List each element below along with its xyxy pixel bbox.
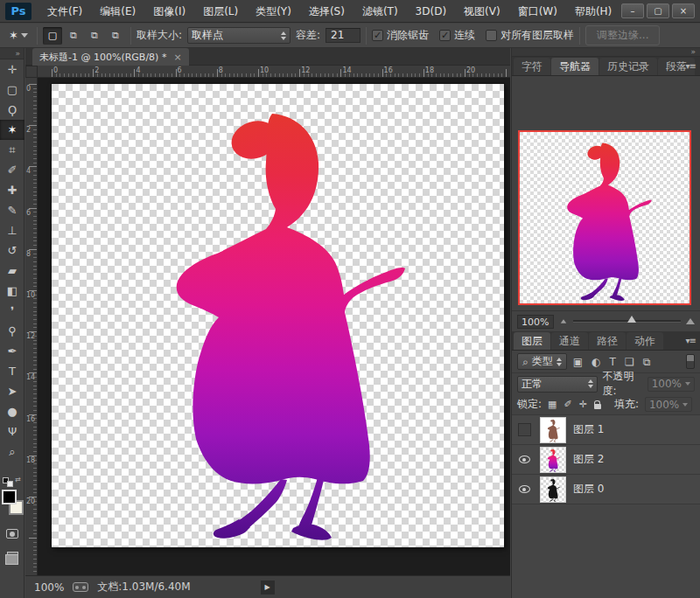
sample-all-layers-checkbox[interactable]: ✓ xyxy=(486,30,497,41)
new-selection-button[interactable]: ▢ xyxy=(43,27,62,45)
magic-wand-tool[interactable]: ✶ xyxy=(0,120,24,140)
path-selection-tool[interactable]: ➤ xyxy=(0,381,24,401)
canvas[interactable] xyxy=(52,84,504,547)
layer-row-图层 0[interactable]: 图层 0 xyxy=(512,475,700,504)
visibility-cell[interactable] xyxy=(515,455,533,463)
gradient-tool[interactable]: ◧ xyxy=(0,281,24,301)
visibility-cell[interactable] xyxy=(515,423,533,436)
brush-tool[interactable]: ✎ xyxy=(0,200,24,220)
dodge-tool[interactable]: ⚲ xyxy=(0,321,24,341)
history-brush-tool[interactable]: ↺ xyxy=(0,240,24,261)
zoom-tool[interactable]: ⌕ xyxy=(0,442,24,462)
lock-transparency-icon[interactable]: ▦ xyxy=(548,399,556,410)
filter-adjustment-layers-icon[interactable]: ◐ xyxy=(592,356,600,368)
panel-menu-icon[interactable]: ▾≡ xyxy=(686,61,696,71)
menu-item-1[interactable]: 编辑(E) xyxy=(91,0,144,23)
menu-item-0[interactable]: 文件(F) xyxy=(38,0,91,23)
menu-item-7[interactable]: 3D(D) xyxy=(407,0,455,23)
navigator-zoom-field[interactable]: 100% xyxy=(517,315,554,329)
filter-pixel-layers-icon[interactable]: ▣ xyxy=(573,356,583,368)
add-to-selection-button[interactable]: ⧉ xyxy=(64,27,83,45)
eyedropper-tool[interactable]: ✐ xyxy=(0,160,24,180)
menu-item-2[interactable]: 图像(I) xyxy=(144,0,194,23)
anti-alias-checkbox[interactable]: ✓ xyxy=(372,30,383,41)
sample-size-dropdown[interactable]: 取样点 xyxy=(187,27,290,44)
hidden-visibility-slot[interactable] xyxy=(518,423,531,436)
zoom-in-mountain-icon[interactable] xyxy=(686,318,695,324)
visibility-cell[interactable] xyxy=(515,485,533,493)
tab-close-icon[interactable]: × xyxy=(173,52,181,63)
minimize-button[interactable]: – xyxy=(621,3,644,18)
clone-stamp-tool[interactable]: ⊥ xyxy=(0,220,24,240)
layer-thumbnail[interactable] xyxy=(540,447,566,473)
panel-collapse-icon[interactable]: » xyxy=(512,48,700,57)
status-zoom-field[interactable]: 100% xyxy=(34,581,64,594)
filter-type-layers-icon[interactable]: T xyxy=(610,356,616,368)
eraser-tool[interactable]: ▰ xyxy=(0,261,24,281)
filter-smart-objects-icon[interactable]: ⧉ xyxy=(643,356,651,368)
filtering-toggle[interactable] xyxy=(686,354,695,369)
menu-item-5[interactable]: 选择(S) xyxy=(300,0,354,23)
tab-通道[interactable]: 通道 xyxy=(551,332,588,350)
document-tab[interactable]: 未标题-1 @ 100%(RGB/8) * × xyxy=(32,48,189,66)
marquee-tool[interactable]: ▢ xyxy=(0,80,24,100)
filter-shape-layers-icon[interactable]: ❏ xyxy=(625,356,634,368)
adobe-drive-icon[interactable] xyxy=(73,582,88,592)
default-colors-icon[interactable]: ⇄ xyxy=(2,476,23,486)
contiguous-option[interactable]: ✓连续 xyxy=(439,28,475,43)
crop-tool[interactable]: ⌗ xyxy=(0,140,24,160)
blend-mode-dropdown[interactable]: 正常 xyxy=(517,376,598,393)
menu-item-9[interactable]: 窗口(W) xyxy=(509,0,566,23)
eye-icon[interactable] xyxy=(519,485,530,493)
shape-tool[interactable]: ● xyxy=(0,401,24,421)
maximize-button[interactable]: ▢ xyxy=(647,3,669,18)
tab-图层[interactable]: 图层 xyxy=(514,332,550,350)
layer-row-图层 2[interactable]: 图层 2 xyxy=(512,445,700,475)
zoom-out-mountain-icon[interactable] xyxy=(561,319,567,323)
tab-字符[interactable]: 字符 xyxy=(514,58,550,75)
contiguous-checkbox[interactable]: ✓ xyxy=(439,30,451,41)
lock-position-icon[interactable]: ✛ xyxy=(579,399,587,410)
toolbar-collapse-icon[interactable]: » xyxy=(0,48,24,59)
fill-field[interactable]: 100% xyxy=(645,397,692,412)
menu-item-4[interactable]: 类型(Y) xyxy=(247,0,300,23)
layer-row-图层 1[interactable]: 图层 1 xyxy=(512,415,700,445)
close-button[interactable]: × xyxy=(672,3,695,18)
healing-brush-tool[interactable]: ✚ xyxy=(0,180,24,200)
quick-mask-button[interactable] xyxy=(0,529,24,541)
pen-tool[interactable]: ✒ xyxy=(0,341,24,361)
menu-item-6[interactable]: 滤镜(T) xyxy=(354,0,407,23)
hand-tool[interactable]: Ψ xyxy=(0,421,24,442)
swap-colors-icon[interactable]: ⇄ xyxy=(15,476,21,483)
sample-all-layers-option[interactable]: ✓对所有图层取样 xyxy=(486,28,574,43)
navigator-proxy-view[interactable] xyxy=(518,130,691,305)
layer-thumbnail[interactable] xyxy=(540,476,566,503)
screen-mode-button[interactable] xyxy=(0,551,24,563)
zoom-slider-handle[interactable] xyxy=(627,316,636,323)
lasso-tool[interactable]: Ϙ xyxy=(0,100,24,120)
tab-导航器[interactable]: 导航器 xyxy=(551,58,598,75)
menu-item-3[interactable]: 图层(L) xyxy=(194,0,247,23)
tool-preset-picker[interactable]: ✶ xyxy=(5,27,32,44)
type-tool[interactable]: T xyxy=(0,361,24,381)
foreground-color-swatch[interactable] xyxy=(2,490,17,504)
refine-edge-button[interactable]: 调整边缘... xyxy=(585,25,660,45)
blur-tool[interactable]: ❜ xyxy=(0,301,24,321)
move-tool[interactable]: ✛ xyxy=(0,59,24,80)
menu-item-8[interactable]: 视图(V) xyxy=(455,0,509,23)
subtract-from-selection-button[interactable]: ⧉ xyxy=(85,27,104,45)
status-expand-arrow-icon[interactable]: ▶ xyxy=(261,581,275,595)
lock-pixels-icon[interactable]: ✐ xyxy=(564,399,571,410)
layer-thumbnail[interactable] xyxy=(540,417,566,443)
tolerance-input[interactable]: 21 xyxy=(326,28,360,43)
anti-alias-option[interactable]: ✓消除锯齿 xyxy=(372,28,429,43)
lock-all-icon[interactable] xyxy=(594,404,601,409)
navigator-zoom-slider[interactable] xyxy=(573,320,681,323)
menu-item-10[interactable]: 帮助(H) xyxy=(566,0,620,23)
intersect-selection-button[interactable]: ⧉ xyxy=(106,27,125,45)
tab-动作[interactable]: 动作 xyxy=(626,332,663,350)
tab-路径[interactable]: 路径 xyxy=(589,332,626,350)
filter-kind-dropdown[interactable]: ⌕ 类型 xyxy=(517,353,567,370)
opacity-field[interactable]: 100% xyxy=(648,377,695,392)
tab-历史记录[interactable]: 历史记录 xyxy=(599,58,657,75)
